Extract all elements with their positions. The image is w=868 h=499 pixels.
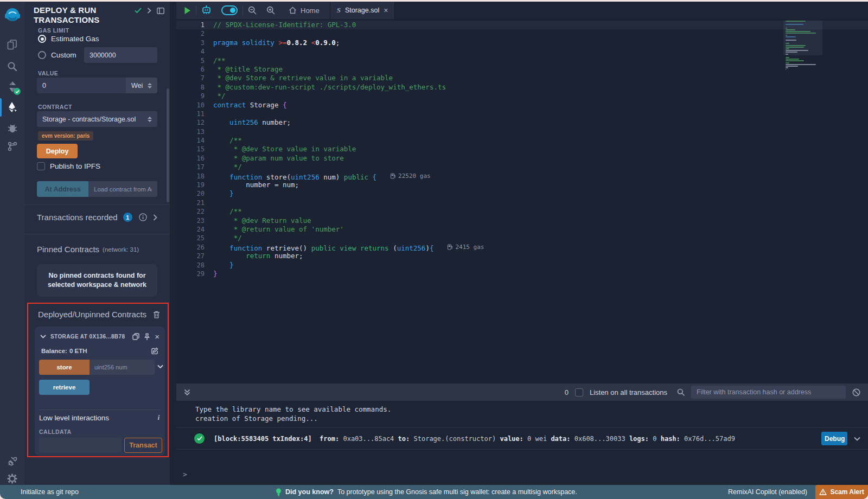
panel-resizer[interactable]	[170, 2, 176, 485]
terminal-prompt[interactable]: >	[183, 470, 187, 478]
gas-limit-label: GAS LIMIT	[38, 27, 69, 34]
contract-selected-label: Storage - contracts/Storage.sol	[42, 116, 136, 123]
debug-button[interactable]: Debug	[821, 432, 847, 445]
git-icon[interactable]	[0, 137, 24, 156]
terminal-search-icon[interactable]	[677, 388, 685, 396]
line-number: 20	[176, 189, 205, 198]
listen-all-checkbox[interactable]	[575, 388, 583, 396]
clear-console-icon[interactable]	[852, 388, 860, 396]
remix-ide-window: DEPLOY & RUN TRANSACTIONS GAS LIMIT Esti…	[0, 0, 868, 499]
custom-gas-label: Custom	[51, 51, 76, 59]
evm-version-badge: evm version: paris	[38, 131, 93, 140]
trash-icon[interactable]	[153, 310, 160, 318]
panel-pin-icon[interactable]	[157, 8, 164, 14]
value-input[interactable]	[37, 78, 126, 93]
transactions-recorded-row[interactable]: Transactions recorded 1	[37, 213, 157, 222]
transaction-filter-input[interactable]	[691, 386, 846, 399]
balance-value: 0 ETH	[69, 348, 87, 354]
deploy-run-panel: DEPLOY & RUN TRANSACTIONS GAS LIMIT Esti…	[24, 2, 170, 485]
line-number: 9	[176, 92, 205, 100]
debugger-icon[interactable]	[0, 119, 24, 137]
transactions-recorded-label: Transactions recorded	[37, 213, 118, 222]
expand-tx-chevron-icon[interactable]	[854, 437, 860, 441]
scam-alert-button[interactable]: Scam Alert	[815, 485, 868, 499]
divider	[24, 204, 170, 205]
ai-assistant-icon[interactable]	[196, 2, 216, 19]
minimap[interactable]	[786, 21, 820, 91]
code-line: * @dev Return value	[176, 216, 868, 225]
edit-icon[interactable]	[151, 347, 158, 354]
publish-ipfs-checkbox[interactable]	[37, 162, 45, 170]
solidity-compiler-icon[interactable]	[0, 78, 24, 96]
store-function-button[interactable]: store	[39, 360, 90, 375]
terminal: 0 Listen on all transactions Type the li…	[176, 383, 868, 485]
close-instance-icon[interactable]: ×	[155, 332, 159, 341]
retrieve-function-button[interactable]: retrieve	[39, 380, 90, 395]
info-icon[interactable]	[139, 213, 147, 221]
code-line	[176, 199, 868, 207]
custom-gas-input[interactable]	[84, 47, 157, 63]
run-script-icon[interactable]	[176, 2, 196, 19]
remix-logo-icon[interactable]	[0, 6, 24, 24]
zoom-out-icon[interactable]	[243, 2, 261, 19]
terminal-output[interactable]: Type the library name to see available c…	[176, 401, 868, 485]
transact-button[interactable]: Transact	[124, 438, 162, 453]
home-button[interactable]: Home	[280, 2, 324, 19]
copilot-toggle[interactable]	[216, 2, 242, 19]
panel-title: DEPLOY & RUN TRANSACTIONS	[34, 5, 135, 25]
minimap-line	[786, 66, 798, 67]
value-unit-select[interactable]: Wei	[126, 78, 157, 93]
low-level-info-icon[interactable]: i	[158, 414, 159, 422]
panel-collapse-icon[interactable]	[147, 8, 151, 14]
custom-gas-radio[interactable]	[38, 51, 46, 59]
terminal-log-line: Type the library name to see available c…	[195, 405, 868, 414]
line-number: 17	[176, 163, 205, 171]
solidity-file-icon: S	[337, 6, 341, 15]
tab-storage-sol[interactable]: S Storage.sol ×	[330, 2, 395, 19]
collapse-terminal-icon[interactable]	[184, 389, 190, 396]
file-explorer-icon[interactable]	[0, 35, 24, 54]
search-icon[interactable]	[0, 57, 24, 75]
estimated-gas-label: Estimated Gas	[51, 35, 99, 43]
at-address-input[interactable]	[88, 181, 157, 197]
estimated-gas-radio[interactable]	[38, 35, 46, 43]
instance-name[interactable]: STORAGE AT 0X136...8B78	[50, 334, 125, 340]
deployed-contracts-highlight: Deployed/Unpinned Contracts STORAGE AT 0…	[27, 303, 169, 457]
code-line: */	[176, 163, 868, 171]
zoom-in-icon[interactable]	[261, 2, 280, 19]
compile-success-badge	[14, 88, 21, 95]
line-number: 12	[176, 118, 205, 127]
publish-ipfs-label: Publish to IPFS	[50, 162, 100, 170]
deploy-run-icon[interactable]	[0, 98, 24, 117]
copy-icon[interactable]	[132, 333, 139, 340]
listen-all-label: Listen on all transactions	[590, 388, 667, 396]
code-line: return number;	[176, 252, 868, 260]
code-line: * @dev Store value in variable	[176, 145, 868, 153]
icon-rail	[0, 2, 24, 485]
expand-transactions-icon[interactable]	[153, 214, 157, 221]
copilot-status[interactable]: RemixAI Copilot (enabled)	[728, 488, 807, 496]
pinned-contracts-title: Pinned Contracts	[37, 245, 99, 254]
code-line: * @title Storage	[176, 65, 868, 74]
tip-bold: Did you know?	[285, 488, 334, 496]
code-editor[interactable]: // SPDX-License-Identifier: GPL-3.0pragm…	[176, 19, 868, 383]
line-number-gutter: 1234567891011121314151617181920212223242…	[176, 21, 205, 278]
tab-close-icon[interactable]: ×	[384, 7, 388, 14]
deploy-button[interactable]: Deploy	[37, 144, 78, 158]
pin-icon[interactable]	[144, 333, 150, 341]
contract-select[interactable]: Storage - contracts/Storage.sol	[37, 111, 157, 127]
app-body: DEPLOY & RUN TRANSACTIONS GAS LIMIT Esti…	[0, 2, 868, 485]
at-address-button[interactable]: At Address	[37, 181, 88, 197]
terminal-log: Type the library name to see available c…	[195, 405, 868, 423]
store-expand-chevron-icon[interactable]	[157, 364, 163, 369]
panel-scrollbar[interactable]	[167, 88, 169, 202]
instance-chevron-down-icon[interactable]	[40, 335, 46, 338]
divider	[24, 234, 170, 234]
store-arg-input[interactable]	[90, 360, 155, 375]
calldata-input[interactable]	[39, 438, 122, 453]
plugin-manager-icon[interactable]	[0, 452, 24, 470]
code-line: * @custom:dev-run-script ./scripts/deplo…	[176, 83, 868, 92]
git-init-status[interactable]: Initialize as git repo	[21, 488, 79, 496]
transaction-row[interactable]: [block:5583405 txIndex:4] from: 0xa03...…	[176, 427, 868, 450]
code-line: /**	[176, 207, 868, 216]
